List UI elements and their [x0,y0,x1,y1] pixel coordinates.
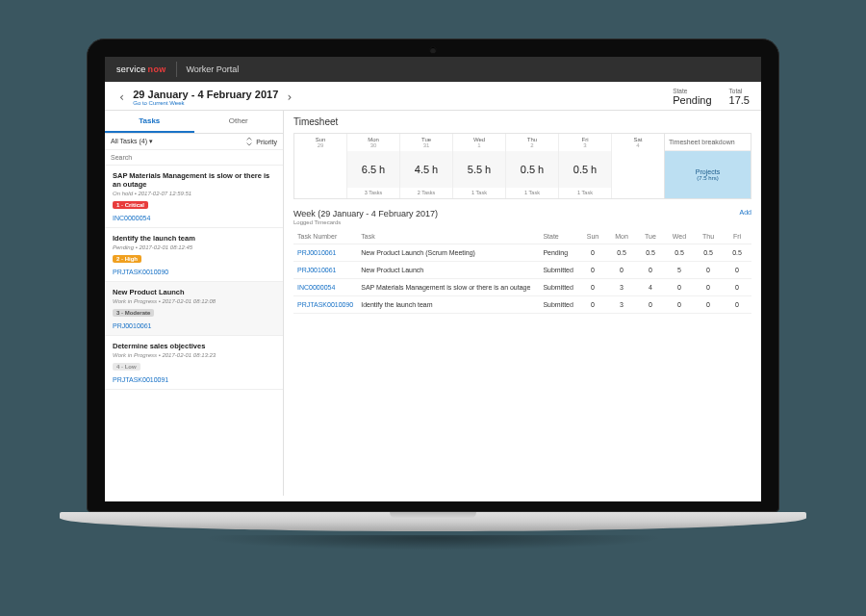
task-meta: On hold • 2017-02-07 12:59:51 [113,191,275,196]
day-hours: 6.5 h [362,164,385,175]
cell-thu[interactable]: 0 [694,262,723,279]
app-screen: servicenow Worker Portal ‹ 29 January - … [105,57,761,501]
cell-state: Submitted [539,279,578,296]
cell-mon[interactable]: 3 [607,296,636,314]
add-timecard-link[interactable]: Add [740,209,751,216]
breakdown-panel: Timesheet breakdown Projects (7.5 hrs) [665,133,751,199]
task-card[interactable]: New Product LaunchWork in Progress • 201… [105,282,283,336]
state-value: Pending [673,94,711,106]
table-row[interactable]: PRJ0010061New Product Launch (Scrum Meet… [293,244,751,262]
task-title: Determine sales objectives [113,342,275,350]
cell-task-number[interactable]: PRJ0010061 [293,244,357,262]
day-number: 3 [559,142,611,148]
cell-tue[interactable]: 0.5 [636,244,665,262]
cell-wed[interactable]: 0 [665,296,694,314]
cell-fri[interactable]: 0 [723,296,751,314]
timesheet-heading: Timesheet [293,116,751,127]
table-header-row: Task Number Task State Sun Mon Tue Wed T… [293,229,751,244]
cell-tue[interactable]: 0 [636,296,665,314]
cell-thu[interactable]: 0.5 [694,244,723,262]
cell-fri[interactable]: 0.5 [723,244,751,262]
breakdown-projects-tile[interactable]: Projects (7.5 hrs) [665,151,751,198]
day-number: 1 [453,142,505,148]
task-link[interactable]: PRJTASK0010091 [113,376,275,383]
task-link[interactable]: INC0000054 [113,215,275,221]
go-current-week-link[interactable]: Go to Current Week [133,100,278,106]
cell-wed[interactable]: 5 [665,262,694,279]
prev-week-button[interactable]: ‹ [116,90,127,104]
cell-tue[interactable]: 4 [636,279,665,296]
next-week-button[interactable]: › [284,90,294,104]
cell-sun[interactable]: 0 [578,296,607,314]
cell-wed[interactable]: 0.5 [665,244,694,262]
cell-task: New Product Launch (Scrum Meeting) [357,244,539,262]
task-list: SAP Materials Management is slow or ther… [105,166,283,496]
cell-sun[interactable]: 0 [578,279,607,296]
day-column[interactable]: Thu20.5 h1 Task [506,134,559,198]
laptop-frame: servicenow Worker Portal ‹ 29 January - … [87,38,779,564]
cell-task-number[interactable]: PRJ0010061 [293,262,357,279]
date-range: 29 January - 4 February 2017 [133,89,278,100]
day-body [612,151,664,188]
col-task-number: Task Number [293,229,357,244]
cell-sun[interactable]: 0 [578,262,607,279]
task-card[interactable]: Determine sales objectivesWork in Progre… [105,336,283,390]
cell-task-number[interactable]: INC0000054 [293,279,357,296]
main-panel: Timesheet Sun29 Mon306.5 h3 TasksTue314.… [284,111,761,496]
day-number: 29 [294,142,346,148]
task-link[interactable]: PRJTASK0010090 [113,269,275,275]
day-head: Tue31 [400,134,452,151]
cell-fri[interactable]: 0 [723,262,751,279]
tab-tasks[interactable]: Tasks [105,111,194,133]
task-title: Identify the launch team [113,234,275,243]
cell-task: SAP Materials Management is slow or ther… [357,279,539,296]
cell-thu[interactable]: 0 [694,279,723,296]
col-fri: Fri [723,229,751,244]
app-header: servicenow Worker Portal [105,57,761,82]
col-wed: Wed [665,229,694,244]
task-link[interactable]: PRJ0010061 [113,322,275,329]
task-meta: Pending • 2017-02-01 08:12:45 [113,244,275,250]
date-bar: ‹ 29 January - 4 February 2017 Go to Cur… [105,82,761,111]
day-column[interactable]: Sat4 [612,134,664,198]
state-label: State [673,88,711,94]
cell-task: Identify the launch team [357,296,539,314]
table-row[interactable]: INC0000054SAP Materials Management is sl… [293,279,751,296]
cell-mon[interactable]: 3 [607,279,636,296]
task-card[interactable]: SAP Materials Management is slow or ther… [105,166,283,228]
filter-row: All Tasks (4) ▾ Priority [105,134,283,150]
total-value: 17.5 [729,94,750,106]
cell-wed[interactable]: 0 [665,279,694,296]
day-head: Sun29 [294,134,346,151]
camera-icon [430,47,436,53]
day-number: 2 [506,142,558,148]
day-body [294,151,346,188]
task-card[interactable]: Identify the launch teamPending • 2017-0… [105,228,283,282]
cell-thu[interactable]: 0 [694,296,723,314]
cell-sun[interactable]: 0 [578,244,607,262]
day-column[interactable]: Fri30.5 h1 Task [559,134,612,198]
date-nav: ‹ 29 January - 4 February 2017 Go to Cur… [116,89,295,106]
brand-part2: now [148,64,166,74]
table-row[interactable]: PRJ0010061New Product LaunchSubmitted000… [293,262,751,279]
day-column[interactable]: Wed15.5 h1 Task [453,134,506,198]
sort-priority[interactable]: Priority [245,138,277,145]
laptop-shadow [106,535,760,564]
sort-priority-label: Priority [256,139,277,145]
filter-all-tasks[interactable]: All Tasks (4) ▾ [111,138,153,145]
day-head: Sat4 [612,134,664,151]
search-input[interactable] [111,154,277,161]
cell-tue[interactable]: 0 [636,262,665,279]
day-column[interactable]: Sun29 [294,134,347,198]
day-column[interactable]: Tue314.5 h2 Tasks [400,134,453,198]
day-foot: 1 Task [506,188,558,198]
tab-other[interactable]: Other [194,111,284,133]
cell-fri[interactable]: 0 [723,279,751,296]
header-divider [176,62,177,77]
day-column[interactable]: Mon306.5 h3 Tasks [347,134,400,198]
cell-mon[interactable]: 0 [607,262,636,279]
day-foot: 2 Tasks [400,188,452,198]
table-row[interactable]: PRJTASK0010090Identify the launch teamSu… [293,296,751,314]
cell-mon[interactable]: 0.5 [607,244,636,262]
cell-task-number[interactable]: PRJTASK0010090 [293,296,357,314]
